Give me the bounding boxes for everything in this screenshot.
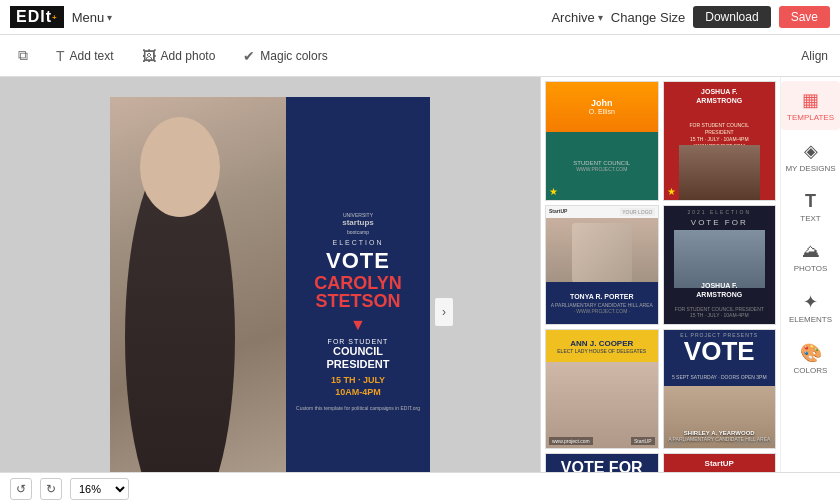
poster-logo: UNIVERSITY startups bootcamp	[342, 212, 374, 235]
poster-time: 10AM-4PM	[335, 387, 381, 397]
text-icon: T	[56, 48, 65, 64]
poster-election-text: ELECTION	[332, 239, 383, 246]
magic-colors-button[interactable]: ✔ Magic colors	[237, 44, 333, 68]
copy-button[interactable]: ⧉	[12, 43, 34, 68]
topbar-left: EDIt+ Menu ▾	[10, 6, 112, 28]
sidebar-item-photos[interactable]: ⛰ PHOTOS	[781, 233, 840, 281]
sidebar-item-my-designs[interactable]: ◈ MY DESIGNS	[781, 132, 840, 181]
copy-icon: ⧉	[18, 47, 28, 64]
my-designs-icon: ◈	[804, 140, 818, 162]
sidebar-item-templates[interactable]: ▦ TEMPLATES	[781, 81, 840, 130]
poster-title1: COUNCIL	[333, 345, 383, 358]
menu-chevron-icon: ▾	[107, 12, 112, 23]
menu-label: Menu	[72, 10, 105, 25]
download-button[interactable]: Download	[693, 6, 770, 28]
colors-icon: 🎨	[800, 342, 822, 364]
main-content: UNIVERSITY startups bootcamp ELECTION VO…	[0, 77, 840, 472]
canvas[interactable]: UNIVERSITY startups bootcamp ELECTION VO…	[110, 97, 430, 472]
editor-toolbar: ⧉ T Add text 🖼 Add photo ✔ Magic colors …	[0, 35, 840, 77]
sidebar-item-colors[interactable]: 🎨 COLORS	[781, 334, 840, 383]
magic-icon: ✔	[243, 48, 255, 64]
app-logo: EDIt+	[10, 6, 64, 28]
canvas-wrapper: UNIVERSITY startups bootcamp ELECTION VO…	[110, 97, 430, 472]
change-size-button[interactable]: Change Size	[611, 10, 685, 25]
template-card[interactable]: StartUP	[663, 453, 777, 472]
poster-title2: PRESIDENT	[327, 358, 390, 371]
photos-icon: ⛰	[802, 241, 820, 262]
poster-arrow-icon: ▼	[350, 316, 366, 334]
undo-button[interactable]: ↺	[10, 478, 32, 500]
template-card[interactable]: EL PROJECT PRESENTS VOTE 5 SEPT SATURDAY…	[663, 329, 777, 449]
photo-icon: 🖼	[142, 48, 156, 64]
text-icon: T	[805, 191, 816, 212]
sidebar-item-text[interactable]: T TEXT	[781, 183, 840, 231]
add-photo-button[interactable]: 🖼 Add photo	[136, 44, 222, 68]
poster-name-first: CAROLYN	[314, 274, 401, 292]
archive-chevron-icon: ▾	[598, 12, 603, 23]
poster-vote-text: VOTE	[326, 248, 390, 274]
redo-button[interactable]: ↻	[40, 478, 62, 500]
template-card[interactable]: ANN J. COOPER ELECT LADY HOUSE OF DELEGA…	[545, 329, 659, 449]
bottom-bar: ↺ ↻ 16% 25% 50% 100%	[0, 472, 840, 504]
sidebar-icons: ▦ TEMPLATES ◈ MY DESIGNS T TEXT ⛰ PHOTOS…	[780, 77, 840, 472]
align-button[interactable]: Align	[801, 49, 828, 63]
template-card[interactable]: StartUP YOUR LOGO TONYA R. PORTER A PARL…	[545, 205, 659, 325]
poster-background: UNIVERSITY startups bootcamp ELECTION VO…	[110, 97, 430, 472]
zoom-select[interactable]: 16% 25% 50% 100%	[70, 478, 129, 500]
poster-for-text: FOR STUDENT	[328, 338, 389, 345]
poster-photo	[110, 97, 286, 472]
template-card[interactable]: JOSHUA F.ARMSTRONG FOR STUDENT COUNCILPR…	[663, 81, 777, 201]
poster-footer: Custom this template for political campa…	[296, 405, 420, 412]
right-panel: John O. Ellisn STUDENT COUNCIL WWW.PROJE…	[540, 77, 840, 472]
menu-button[interactable]: Menu ▾	[72, 10, 113, 25]
poster-name-last: STETSON	[315, 292, 400, 310]
topbar-right: Archive ▾ Change Size Download Save	[551, 6, 830, 28]
top-bar: EDIt+ Menu ▾ Archive ▾ Change Size Downl…	[0, 0, 840, 35]
archive-button[interactable]: Archive ▾	[551, 10, 602, 25]
poster-right-panel: UNIVERSITY startups bootcamp ELECTION VO…	[286, 97, 430, 472]
template-card[interactable]: 2021 ELECTION VOTE FOR JOSHUA F.ARMSTRON…	[663, 205, 777, 325]
add-text-button[interactable]: T Add text	[50, 44, 120, 68]
elements-icon: ✦	[803, 291, 818, 313]
canvas-area: UNIVERSITY startups bootcamp ELECTION VO…	[0, 77, 540, 472]
templates-icon: ▦	[802, 89, 819, 111]
next-arrow-button[interactable]: ›	[434, 297, 454, 327]
template-card[interactable]: John O. Ellisn STUDENT COUNCIL WWW.PROJE…	[545, 81, 659, 201]
save-button[interactable]: Save	[779, 6, 830, 28]
sidebar-item-elements[interactable]: ✦ ELEMENTS	[781, 283, 840, 332]
template-grid: John O. Ellisn STUDENT COUNCIL WWW.PROJE…	[541, 77, 780, 472]
template-card[interactable]: VOTE FOR	[545, 453, 659, 472]
template-star-icon: ★	[667, 186, 676, 197]
poster-date: 15 TH · JULY	[331, 375, 385, 385]
template-star-icon: ★	[549, 186, 558, 197]
